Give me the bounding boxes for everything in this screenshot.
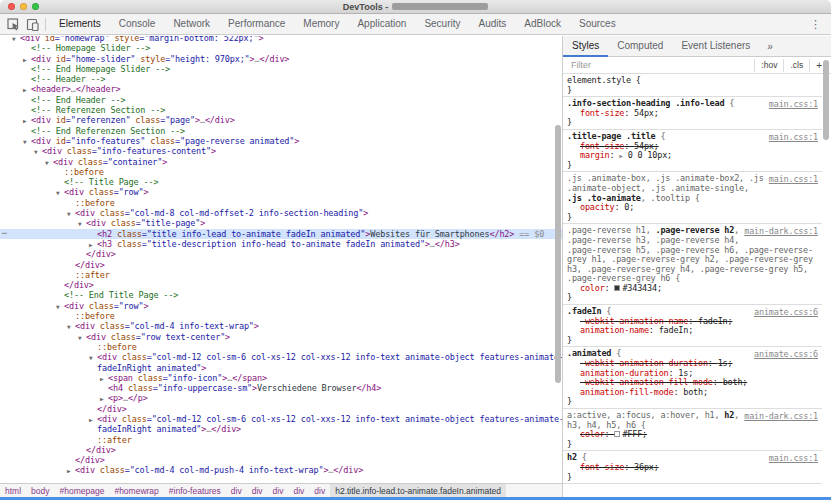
tree-node[interactable]: <h4 class="info-uppercase-sm">Verschiede…: [0, 383, 562, 393]
stylesheet-link[interactable]: main.css:1: [769, 453, 818, 463]
tab-adblock[interactable]: AdBlock: [515, 14, 570, 34]
breadcrumb-item[interactable]: #homewrap: [109, 486, 163, 496]
stylesheet-link[interactable]: main-dark.css:1: [744, 226, 818, 236]
tree-node[interactable]: </div>: [0, 260, 562, 270]
stylesheet-link[interactable]: animate.css:6: [754, 349, 818, 359]
tab-security[interactable]: Security: [415, 14, 469, 34]
tree-node[interactable]: ▼<div id="info-features" class="page-rev…: [0, 136, 562, 146]
tree-node[interactable]: ▼<div class="info-features-content">: [0, 146, 562, 156]
tree-node[interactable]: ▶<div class="col-md-4 col-md-push-4 info…: [0, 465, 562, 475]
color-swatch[interactable]: [614, 285, 620, 291]
tree-node[interactable]: ::after: [0, 435, 562, 445]
tree-node[interactable]: ▼<div class="container">: [0, 157, 562, 167]
breadcrumb-item[interactable]: h2.title.info-lead.to-animate.fadeIn.ani…: [330, 484, 506, 498]
breadcrumb-item[interactable]: #info-features: [164, 486, 226, 496]
tab-memory[interactable]: Memory: [294, 14, 348, 34]
breadcrumb-item[interactable]: body: [26, 486, 54, 496]
tree-node[interactable]: ▼<div class="row">: [0, 301, 562, 311]
stylesheet-link[interactable]: main-dark.css:1: [744, 411, 818, 421]
minimize-window-button[interactable]: [20, 3, 27, 10]
stylesheet-link[interactable]: main.css:1: [769, 174, 818, 184]
breadcrumb-item[interactable]: div: [288, 486, 309, 496]
style-rule[interactable]: main.css:1h2 {font-size: 36px;}: [563, 451, 822, 484]
css-declaration[interactable]: font-size: 54px;: [567, 109, 818, 119]
disclosure-collapsed-icon[interactable]: ▶: [67, 466, 70, 476]
tree-node[interactable]: <!-- Homepage Slider -->: [0, 43, 562, 53]
close-window-button[interactable]: [8, 3, 15, 10]
tree-node[interactable]: </div>: [0, 404, 562, 414]
stylesheet-link[interactable]: main.css:1: [769, 132, 818, 142]
tree-node[interactable]: ::before: [0, 311, 562, 321]
tree-node[interactable]: ▼<div class="col-md-4 info-text-wrap">: [0, 321, 562, 331]
zoom-window-button[interactable]: [32, 3, 39, 10]
tree-node[interactable]: </div>: [0, 280, 562, 290]
more-tabs-icon[interactable]: »: [761, 41, 779, 52]
elements-scrollbar[interactable]: [555, 125, 561, 383]
tab-performance[interactable]: Performance: [219, 14, 294, 34]
tree-node[interactable]: </div>: [0, 445, 562, 455]
stylesheet-link[interactable]: main.css:1: [769, 99, 818, 109]
tree-node[interactable]: ▶<h3 class="title-description info-head …: [0, 239, 562, 249]
tab-audits[interactable]: Audits: [470, 14, 516, 34]
tree-node[interactable]: ▼<div class="row text-center">: [0, 332, 562, 342]
tree-node[interactable]: ::before: [0, 167, 562, 177]
tree-node[interactable]: ▶<div class="col-md-12 col-sm-6 col-xs-1…: [0, 414, 562, 424]
breadcrumb-item[interactable]: div: [309, 486, 330, 496]
tab-network[interactable]: Network: [164, 14, 219, 34]
css-declaration[interactable]: animation-fill-mode: both;: [567, 388, 818, 398]
tree-node[interactable]: ▶<div id="referenzen" class="page">…</di…: [0, 115, 562, 125]
tree-node[interactable]: <!-- End Title Page -->: [0, 290, 562, 300]
breadcrumb-item[interactable]: html: [0, 486, 26, 496]
color-swatch[interactable]: [614, 431, 620, 437]
style-rule[interactable]: main.css:1.title-page .title {font-size:…: [563, 130, 822, 172]
css-declaration[interactable]: animation-name: fadeIn;: [567, 326, 818, 336]
style-rule[interactable]: main.css:1.info-section-heading .info-le…: [563, 97, 822, 130]
css-declaration[interactable]: opacity: 0;: [567, 203, 818, 213]
tree-node[interactable]: ::after: [0, 270, 562, 280]
tree-node[interactable]: <!-- Title Page -->: [0, 177, 562, 187]
styles-scrollbar[interactable]: [823, 60, 829, 140]
sidebar-tab-styles[interactable]: Styles: [563, 36, 608, 57]
style-rule[interactable]: element.style {}: [563, 74, 822, 97]
stylesheet-link[interactable]: animate.css:6: [754, 307, 818, 317]
tab-sources[interactable]: Sources: [570, 14, 625, 34]
breadcrumb-item[interactable]: div: [268, 486, 289, 496]
style-rule[interactable]: main-dark.css:1a:active, a:focus, a:hove…: [563, 409, 822, 451]
toggle-element-state-button[interactable]: :hov: [754, 59, 783, 72]
sidebar-tab-event-listeners[interactable]: Event Listeners: [672, 36, 759, 57]
tree-node[interactable]: </div>: [0, 455, 562, 465]
tab-application[interactable]: Application: [348, 14, 415, 34]
tab-console[interactable]: Console: [110, 14, 165, 34]
style-rule[interactable]: animate.css:6.animated {-webkit-animatio…: [563, 347, 822, 409]
breadcrumb-item[interactable]: #homepage: [55, 486, 110, 496]
css-declaration[interactable]: color: #343434;: [567, 284, 818, 294]
breadcrumb-item[interactable]: div: [247, 486, 268, 496]
tree-node[interactable]: ▼<div class="title-page">: [0, 218, 562, 228]
css-declaration[interactable]: font-size: 36px;: [567, 463, 818, 473]
tree-node[interactable]: ▼<div class="row">: [0, 187, 562, 197]
inspect-element-icon[interactable]: [7, 18, 20, 31]
styles-filter-input[interactable]: [569, 59, 754, 71]
tree-node[interactable]: <!-- End Homepage Slider -->: [0, 64, 562, 74]
tab-elements[interactable]: Elements: [50, 14, 110, 34]
css-declaration[interactable]: color: #FFF;: [567, 430, 818, 440]
sidebar-tab-computed[interactable]: Computed: [608, 36, 672, 57]
tree-node[interactable]: fadeInRight animated">…</div>: [0, 424, 562, 434]
tree-node[interactable]: ▶<header>…</header>: [0, 84, 562, 94]
style-rule[interactable]: main-dark.css:1.page-reverse h1, .page-r…: [563, 224, 822, 305]
tree-node[interactable]: ::before: [0, 198, 562, 208]
tree-node[interactable]: <!-- End Referenzen Section -->: [0, 126, 562, 136]
device-toolbar-icon[interactable]: [26, 18, 39, 31]
style-rule[interactable]: main.css:1.js .animate-box, .js .animate…: [563, 172, 822, 224]
css-declaration[interactable]: margin: ▶ 0 0 10px;: [567, 151, 818, 161]
node-options-icon[interactable]: …: [2, 227, 6, 237]
tree-node[interactable]: </div>: [0, 249, 562, 259]
tree-node[interactable]: <!-- Referenzen Section -->: [0, 105, 562, 115]
tree-node[interactable]: ▶<div id="home-slider" style="height: 97…: [0, 54, 562, 64]
tree-node[interactable]: ▼<div id="homewrap" style="margin-bottom…: [0, 36, 562, 43]
tree-node[interactable]: ▼<div class="col-md-12 col-sm-6 col-xs-1…: [0, 352, 562, 362]
tree-node[interactable]: …<h2 class="title info-lead to-animate f…: [0, 229, 562, 239]
tree-node[interactable]: ▶<span class="info-icon">…</span>: [0, 373, 562, 383]
toggle-class-button[interactable]: .cls: [783, 59, 809, 72]
tree-node[interactable]: <!-- Header -->: [0, 74, 562, 84]
